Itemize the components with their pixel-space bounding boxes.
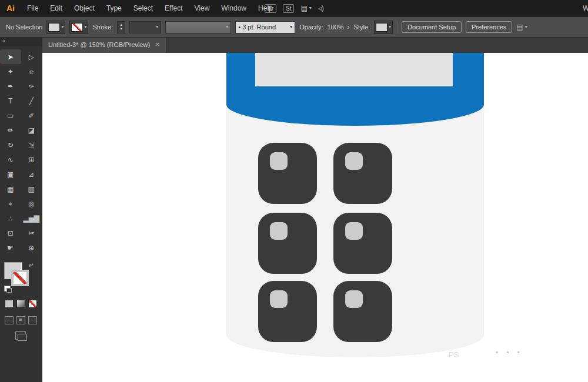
style-select[interactable]: ▾ <box>374 21 393 34</box>
calculator-key[interactable] <box>333 213 392 274</box>
pen-tool[interactable]: ✒ <box>0 79 21 93</box>
style-label: Style: <box>354 24 370 31</box>
paintbrush-tool[interactable]: ✐ <box>21 108 42 123</box>
pencil-tool[interactable]: ✏ <box>0 123 21 138</box>
rotate-tool[interactable]: ↻ <box>0 138 21 152</box>
stroke-color-picker[interactable]: ▾ <box>69 21 88 34</box>
chevron-down-icon: ▾ <box>290 25 292 29</box>
menu-edit[interactable]: Edit <box>44 4 68 12</box>
calculator-key[interactable] <box>258 281 317 342</box>
width-tool[interactable]: ∿ <box>0 152 21 167</box>
curvature-tool[interactable]: ✑ <box>21 79 42 93</box>
eyedropper-tool[interactable]: ⌖ <box>0 196 21 211</box>
document-tab-strip: Untitled-3* @ 150% (RGB/Preview) × <box>42 36 588 53</box>
shape-builder-tool[interactable]: ▣ <box>0 167 21 182</box>
menu-view[interactable]: View <box>189 4 216 12</box>
gradient-tool[interactable]: ▥ <box>21 182 42 196</box>
menu-file[interactable]: File <box>21 4 44 12</box>
megaphone-icon[interactable]: ◃) <box>318 4 324 12</box>
lasso-tool[interactable]: ℮ <box>21 64 42 79</box>
menu-select[interactable]: Select <box>128 4 159 12</box>
fill-color-picker[interactable]: ▾ <box>46 21 65 34</box>
artboard-canvas[interactable]: PS ••• <box>42 53 588 382</box>
stroke-none-swatch <box>71 23 83 32</box>
calculator-key[interactable] <box>333 143 392 204</box>
mesh-tool[interactable]: ▦ <box>0 182 21 196</box>
draw-normal-button[interactable] <box>5 316 14 324</box>
selection-tool[interactable]: ➤ <box>0 49 21 64</box>
calculator-key[interactable] <box>258 213 317 274</box>
width-profile-select[interactable]: • 3 pt. Round ▾ <box>235 21 295 33</box>
screen-mode-button[interactable] <box>15 331 26 340</box>
width-profile-value: • 3 pt. Round <box>238 24 276 31</box>
chevron-down-icon: ▾ <box>389 25 391 29</box>
calculator-key[interactable] <box>258 143 317 204</box>
opacity-label: Opacity: <box>299 24 323 31</box>
magic-wand-tool[interactable]: ✦ <box>0 64 21 79</box>
menu-bar: Ai File Edit Object Type Select Effect V… <box>0 0 588 16</box>
paint-style-row <box>5 300 42 308</box>
calculator-screen-shape[interactable] <box>255 53 453 86</box>
bridge-button[interactable]: Br <box>265 4 276 13</box>
panel-options-control[interactable]: ▤ ▾ <box>516 23 527 31</box>
default-fill-stroke-icon[interactable] <box>4 286 11 291</box>
document-setup-button[interactable]: Document Setup <box>402 21 462 33</box>
stroke-color-well[interactable] <box>11 270 29 286</box>
opacity-field[interactable]: 100% <box>328 24 345 31</box>
workspace-switcher[interactable]: ▤ ▾ <box>300 4 311 12</box>
slice-tool[interactable]: ✂ <box>21 226 42 240</box>
free-transform-tool[interactable]: ⊞ <box>21 152 42 167</box>
menu-window[interactable]: Window <box>215 4 252 12</box>
menu-effect[interactable]: Effect <box>159 4 188 12</box>
fill-swatch <box>48 23 60 32</box>
swap-fill-stroke-icon[interactable]: ⇄ <box>29 262 34 268</box>
document-tab-title: Untitled-3* @ 150% (RGB/Preview) <box>48 41 150 48</box>
control-bar: No Selection ▾ ▾ Stroke: ▲ ▼ ▾ ▾ • 3 pt.… <box>0 16 588 38</box>
stroke-weight-stepper[interactable]: ▲ ▼ <box>117 21 125 33</box>
style-swatch <box>376 23 387 32</box>
line-segment-tool[interactable]: ╱ <box>21 93 42 108</box>
menu-type[interactable]: Type <box>101 4 128 12</box>
artboard-tool[interactable]: ⊡ <box>0 226 21 240</box>
color-button[interactable] <box>5 300 14 308</box>
chevron-right-icon[interactable]: › <box>348 23 350 31</box>
close-tab-icon[interactable]: × <box>155 41 159 49</box>
drawing-modes-row <box>5 316 42 324</box>
chevron-down-icon: ▾ <box>61 25 64 29</box>
calculator-key[interactable] <box>333 281 392 342</box>
collapse-panel-icon[interactable]: « <box>2 38 6 44</box>
draw-inside-button[interactable] <box>28 316 37 324</box>
eraser-tool[interactable]: ◪ <box>21 123 42 138</box>
symbol-sprayer-tool[interactable]: ∴ <box>0 211 21 226</box>
gradient-button[interactable] <box>16 300 25 308</box>
chevron-down-icon: ▾ <box>84 25 86 29</box>
perspective-grid-tool[interactable]: ⊿ <box>21 167 42 182</box>
zoom-tool[interactable]: ⊕ <box>21 240 42 255</box>
rectangle-tool[interactable]: ▭ <box>0 108 21 123</box>
document-tab[interactable]: Untitled-3* @ 150% (RGB/Preview) × <box>42 36 166 53</box>
scale-tool[interactable]: ⇲ <box>21 138 42 152</box>
blend-tool[interactable]: ◎ <box>21 196 42 211</box>
partial-window-text: W <box>583 4 588 12</box>
fill-stroke-widget: ⇄ <box>4 262 38 291</box>
none-button[interactable] <box>28 300 37 308</box>
hand-tool[interactable]: ☛ <box>0 240 21 255</box>
divider <box>397 21 397 33</box>
workspace-icon: ▤ <box>300 4 307 12</box>
menu-object[interactable]: Object <box>68 4 101 12</box>
direct-selection-tool[interactable]: ▷ <box>21 49 42 64</box>
stock-button[interactable]: St <box>283 4 294 13</box>
brush-definition-select[interactable]: ▾ <box>165 21 231 33</box>
column-graph-tool[interactable]: ▂▅▇ <box>21 211 42 226</box>
stroke-weight-select[interactable]: ▾ <box>129 21 161 33</box>
chevron-down-icon: ▾ <box>309 6 312 11</box>
selection-status: No Selection <box>6 24 42 31</box>
preferences-button[interactable]: Preferences <box>466 21 512 33</box>
panel-header: « <box>0 36 42 46</box>
panel-options-icon: ▤ <box>516 23 523 31</box>
tools-panel: « ➤ ▷ ✦ ℮ ✒ ✑ T ╱ ▭ ✐ ✏ ◪ ↻ ⇲ ∿ ⊞ ▣ ⊿ ▦ … <box>0 36 42 382</box>
draw-behind-button[interactable] <box>16 316 25 324</box>
chevron-down-icon: ▾ <box>525 25 527 29</box>
type-tool[interactable]: T <box>0 93 21 108</box>
chevron-down-icon: ▾ <box>226 25 228 29</box>
